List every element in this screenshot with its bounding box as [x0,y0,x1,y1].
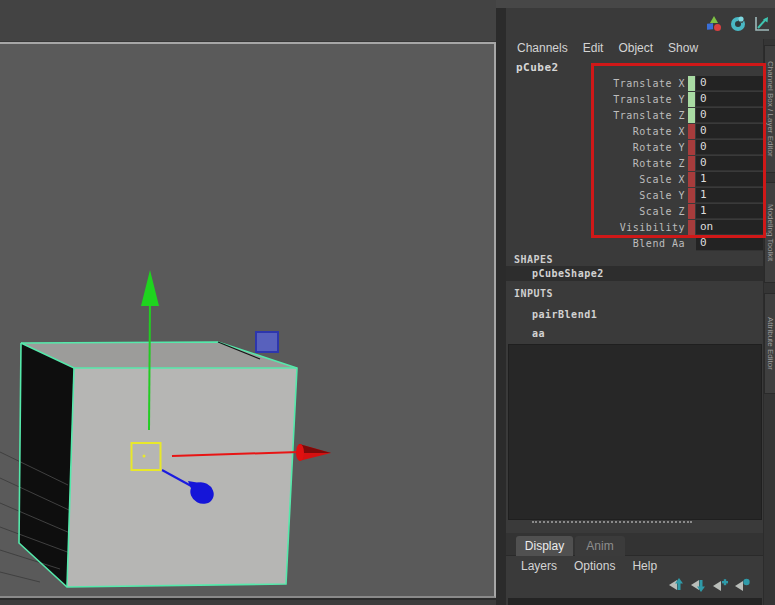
viewport-scene [0,44,492,596]
channel-label[interactable]: Translate Y [506,92,685,107]
channel-value: 0 [700,236,707,249]
channel-value-field[interactable]: 0 [696,124,763,139]
new-layer-assign-selected-icon[interactable] [712,577,729,593]
graph-icon[interactable] [751,14,772,35]
tab-anim[interactable]: Anim [575,536,625,556]
panel-splitter-handle[interactable] [532,521,692,526]
channel-value: 1 [700,188,707,201]
maya-application-window: Channels Edit Object Show pCube2 Transla… [0,0,775,605]
modeling-toolkit-icon[interactable] [704,14,725,35]
menu-help[interactable]: Help [632,559,657,573]
layer-editor-tabbar: Display Anim [506,533,763,556]
channel-key-swatch [688,204,695,219]
channel-key-swatch [688,236,695,251]
blue-cube-object[interactable] [256,332,278,352]
channel-row-rotate-y: Rotate Y 0 [506,140,763,156]
channel-label[interactable]: Translate X [506,76,685,91]
channel-value: 0 [700,156,707,169]
layer-editor-menubar: Layers Options Help [506,557,763,575]
channel-value-field[interactable]: 0 [696,92,763,107]
new-empty-layer-icon[interactable] [734,577,751,593]
status-line-icons [704,12,772,36]
channel-value-field[interactable]: 1 [696,204,763,219]
channel-row-rotate-z: Rotate Z 0 [506,156,763,172]
channel-row-scale-y: Scale Y 1 [506,188,763,204]
channel-value: on [700,220,713,233]
channel-value-field[interactable]: 0 [696,140,763,155]
character-controls-icon[interactable] [728,14,749,35]
sidebar-tab-attribute-editor[interactable]: Attribute Editor [764,293,775,394]
channel-value: 0 [700,108,707,121]
channel-row-translate-y: Translate Y 0 [506,92,763,108]
channel-key-swatch [688,172,695,187]
input-node-pairblend1[interactable]: pairBlend1 [506,307,763,322]
channel-value: 0 [700,140,707,153]
channel-label[interactable]: Rotate Z [506,156,685,171]
channel-key-swatch [688,76,695,91]
channel-row-rotate-x: Rotate X 0 [506,124,763,140]
channel-value-field[interactable]: 1 [696,188,763,203]
channel-label[interactable]: Rotate Y [506,140,685,155]
tab-display[interactable]: Display [516,536,573,556]
channel-key-swatch [688,220,695,235]
channel-row-translate-z: Translate Z 0 [506,108,763,124]
channel-key-swatch [688,140,695,155]
layer-move-down-icon[interactable] [690,577,707,593]
channel-value: 1 [700,204,707,217]
channel-box-panel: Channels Edit Object Show pCube2 Transla… [506,8,775,605]
channel-label[interactable]: Scale X [506,172,685,187]
channel-value-field[interactable]: on [696,220,763,235]
layers-list-empty-area [508,598,762,605]
shape-node-row[interactable]: pCubeShape2 [506,266,763,281]
channel-label[interactable]: Visibility [506,220,685,235]
channel-box-empty-area [508,344,762,520]
channel-key-swatch [688,156,695,171]
channel-row-blend-aa: Blend Aa 0 [506,236,763,252]
layer-editor-buttons [506,575,763,596]
selected-object-name[interactable]: pCube2 [516,61,559,74]
menu-object[interactable]: Object [618,41,653,55]
layer-move-up-icon[interactable] [668,577,685,593]
channel-row-translate-x: Translate X 0 [506,76,763,92]
channel-label[interactable]: Scale Y [506,188,685,203]
channel-row-scale-x: Scale X 1 [506,172,763,188]
channel-value-field[interactable]: 0 [696,108,763,123]
channel-value-field[interactable]: 0 [696,76,763,91]
manipulator-pivot-dot [143,455,146,458]
channel-value: 0 [700,76,707,89]
sidebar-tab-modeling-toolkit[interactable]: Modeling Toolkit [764,182,775,283]
channel-label[interactable]: Blend Aa [506,236,685,251]
menu-show[interactable]: Show [668,41,698,55]
channel-key-swatch [688,92,695,107]
manipulator-y-axis-shaft[interactable] [149,303,150,430]
perspective-viewport[interactable] [0,42,496,598]
channel-value: 0 [700,124,707,137]
channel-value: 0 [700,92,707,105]
viewport-titlebar[interactable] [0,0,496,42]
sidebar-tab-strip: Channel Box / Layer Editor Modeling Tool… [763,39,775,605]
channel-label[interactable]: Translate Z [506,108,685,123]
menu-options[interactable]: Options [574,559,615,573]
channel-value-field[interactable]: 0 [696,156,763,171]
viewport-bottom-strip [0,600,496,605]
channel-value-field[interactable]: 0 [696,236,763,251]
inputs-section-header: INPUTS [514,288,553,299]
channel-label[interactable]: Rotate X [506,124,685,139]
input-node-aa[interactable]: aa [506,326,763,341]
channel-box-menubar: Channels Edit Object Show [506,39,763,57]
menu-edit[interactable]: Edit [583,41,604,55]
channel-label[interactable]: Scale Z [506,204,685,219]
channel-value-field[interactable]: 1 [696,172,763,187]
channel-key-swatch [688,108,695,123]
menu-channels[interactable]: Channels [517,41,568,55]
menu-layers[interactable]: Layers [521,559,557,573]
channel-value: 1 [700,172,707,185]
sidebar-tab-channel-box[interactable]: Channel Box / Layer Editor [764,45,775,173]
channel-key-swatch [688,188,695,203]
channel-row-visibility: Visibility on [506,220,763,236]
manipulator-y-axis-arrow[interactable] [141,270,159,306]
channel-key-swatch [688,124,695,139]
cube-front-face[interactable] [67,368,297,587]
top-strip [496,0,775,8]
channel-row-scale-z: Scale Z 1 [506,204,763,220]
